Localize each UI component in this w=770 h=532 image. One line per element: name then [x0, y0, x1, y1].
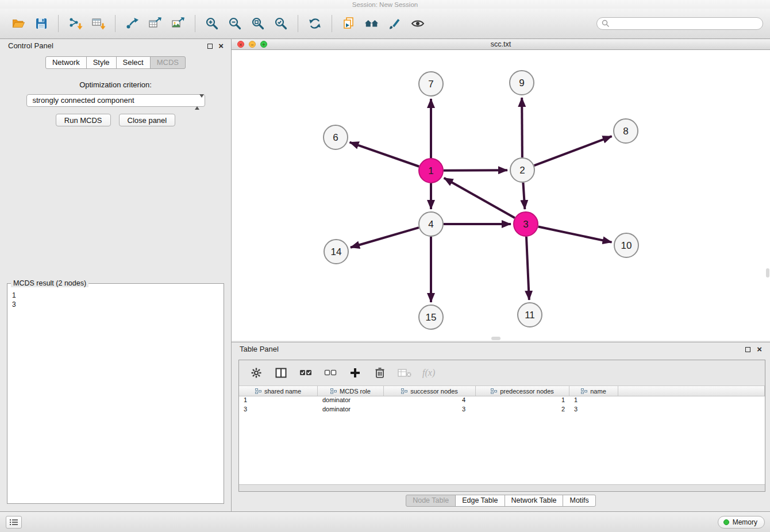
- table-cell[interactable]: 4: [384, 396, 476, 406]
- memory-button[interactable]: Memory: [718, 516, 765, 529]
- close-panel-icon[interactable]: ×: [757, 344, 762, 354]
- tab-style[interactable]: Style: [86, 56, 117, 69]
- memory-status-icon: [723, 519, 729, 525]
- zoom-in-button[interactable]: [201, 12, 224, 35]
- optimization-criterion-select[interactable]: strongly connected component: [26, 94, 205, 107]
- float-panel-icon[interactable]: [745, 347, 750, 352]
- graph-edge-1-2[interactable]: [444, 170, 507, 171]
- search-icon: [602, 20, 610, 28]
- zoom-selected-button[interactable]: [270, 12, 292, 35]
- close-panel-button[interactable]: Close panel: [119, 114, 176, 126]
- table-cell[interactable]: dominator: [318, 406, 384, 415]
- columns-icon: [275, 368, 287, 378]
- column-header-label: predecessor nodes: [500, 388, 554, 395]
- zoom-fit-button[interactable]: [247, 12, 270, 35]
- column-settings-button[interactable]: [249, 366, 263, 380]
- import-table-button[interactable]: [87, 12, 110, 35]
- select-all-button[interactable]: [299, 366, 313, 380]
- table-row[interactable]: 1dominator411: [239, 396, 765, 406]
- mcds-buttons-row: Run MCDS Close panel: [0, 114, 231, 126]
- delete-row-button[interactable]: [373, 366, 387, 380]
- mcds-result-title: MCDS result (2 nodes): [11, 279, 88, 287]
- node-table-container: f(x) shared nameMCDS rolesuccessor nodes…: [238, 360, 765, 492]
- memory-label: Memory: [733, 518, 757, 526]
- tab-motifs[interactable]: Motifs: [563, 495, 595, 507]
- column-header-label: name: [590, 388, 606, 395]
- graph-edge-2-9[interactable]: [522, 98, 522, 157]
- trash-icon: [375, 367, 385, 379]
- apply-style-button[interactable]: [383, 12, 406, 35]
- toolbar-separator: [298, 15, 298, 32]
- column-header-MCDS-role[interactable]: MCDS role: [318, 386, 384, 396]
- tab-edge-table[interactable]: Edge Table: [455, 495, 505, 507]
- destroy-table-button[interactable]: [398, 366, 411, 380]
- table-cell[interactable]: 3: [569, 406, 618, 415]
- main-toolbar: [0, 9, 770, 39]
- control-panel: Control Panel × NetworkStyleSelectMCDS O…: [0, 39, 232, 511]
- graph-edge-3-11[interactable]: [526, 237, 529, 300]
- graph-edge-4-14[interactable]: [351, 228, 419, 248]
- table-horizontal-scrollbar[interactable]: [239, 484, 765, 491]
- zoom-in-icon: [205, 16, 220, 31]
- zoom-out-button[interactable]: [224, 12, 247, 35]
- graph-edge-3-1[interactable]: [444, 178, 515, 218]
- graph-edge-1-6[interactable]: [350, 142, 419, 167]
- home-button[interactable]: [360, 12, 383, 35]
- table-cell[interactable]: 1: [476, 396, 569, 406]
- show-panels-button[interactable]: [6, 516, 22, 529]
- save-session-button[interactable]: [30, 12, 53, 35]
- save-icon: [34, 16, 49, 31]
- function-builder-button[interactable]: f(x): [422, 366, 435, 380]
- export-network-button[interactable]: [121, 12, 144, 35]
- table-row[interactable]: 3dominator323: [239, 406, 765, 415]
- open-file-button[interactable]: [7, 12, 30, 35]
- search-input[interactable]: [610, 20, 758, 28]
- close-window-icon[interactable]: [237, 41, 244, 48]
- table-cell[interactable]: 1: [569, 396, 618, 406]
- add-row-button[interactable]: [348, 366, 362, 380]
- column-header-label: shared name: [264, 388, 301, 395]
- deselect-all-button[interactable]: [324, 366, 337, 380]
- table-cell[interactable]: dominator: [318, 396, 384, 406]
- column-visibility-button[interactable]: [274, 366, 288, 380]
- select-all-icon: [299, 368, 312, 377]
- run-mcds-button[interactable]: Run MCDS: [56, 114, 111, 126]
- graph-node-label: 7: [428, 79, 433, 90]
- refresh-view-button[interactable]: [303, 12, 326, 35]
- export-table-button[interactable]: [144, 12, 167, 35]
- search-field[interactable]: [596, 17, 763, 30]
- table-cell[interactable]: 1: [239, 396, 318, 406]
- export-network-icon: [125, 16, 140, 31]
- vertical-scrollbar[interactable]: [766, 268, 769, 277]
- graph-edge-2-8[interactable]: [534, 136, 612, 165]
- export-image-button[interactable]: [167, 12, 190, 35]
- tab-select[interactable]: Select: [116, 56, 151, 69]
- close-panel-icon[interactable]: ×: [218, 41, 224, 51]
- selected-criterion: strongly connected component: [33, 96, 134, 105]
- tab-network[interactable]: Network: [45, 56, 87, 69]
- import-network-button[interactable]: [64, 12, 87, 35]
- column-header-predecessor-nodes[interactable]: predecessor nodes: [476, 386, 569, 396]
- column-header-name[interactable]: name: [569, 386, 618, 396]
- maximize-window-icon[interactable]: [260, 41, 267, 48]
- column-header-successor-nodes[interactable]: successor nodes: [384, 386, 476, 396]
- graph-node-label: 9: [519, 78, 524, 88]
- column-header-shared-name[interactable]: shared name: [239, 386, 318, 396]
- copy-network-button[interactable]: [337, 12, 360, 35]
- table-cell[interactable]: 2: [476, 406, 569, 415]
- minimize-window-icon[interactable]: [249, 41, 256, 48]
- tab-node-table[interactable]: Node Table: [406, 495, 456, 507]
- horizontal-scrollbar[interactable]: [491, 337, 500, 340]
- tab-mcds[interactable]: MCDS: [150, 56, 186, 69]
- export-image-icon: [171, 16, 186, 31]
- graph-edge-3-10[interactable]: [538, 227, 612, 242]
- table-cell[interactable]: 3: [239, 406, 318, 415]
- graphics-details-button[interactable]: [406, 12, 429, 35]
- tab-network-table[interactable]: Network Table: [505, 495, 564, 507]
- toolbar-separator: [115, 15, 116, 32]
- float-panel-icon[interactable]: [207, 44, 213, 49]
- network-canvas[interactable]: 7968124314101511: [232, 50, 770, 341]
- network-window-titlebar: scc.txt: [232, 39, 770, 50]
- graph-edge-2-3[interactable]: [523, 183, 525, 209]
- table-cell[interactable]: 3: [384, 406, 476, 415]
